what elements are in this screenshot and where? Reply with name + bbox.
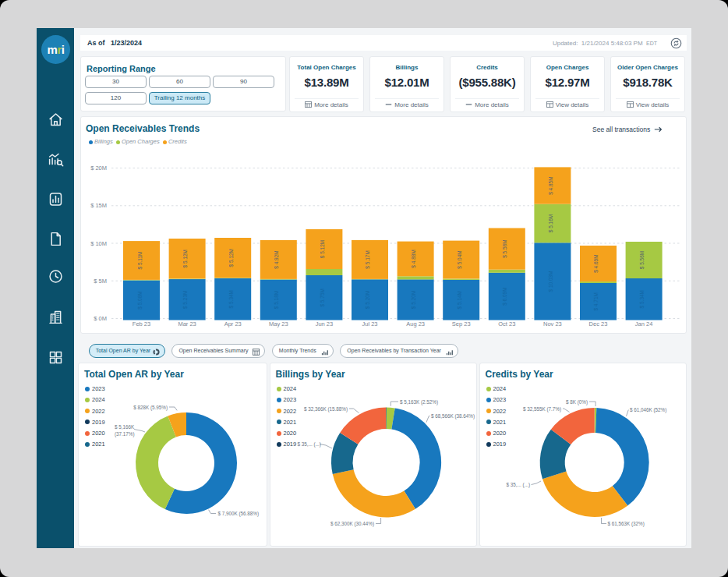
svg-text:$ 828K (5.95%): $ 828K (5.95%) [133, 405, 168, 411]
svg-text:$ 32,555K (7.7%): $ 32,555K (7.7%) [523, 406, 561, 412]
svg-text:$ 5,166K: $ 5,166K [115, 424, 135, 430]
svg-text:$ 35,... (...): $ 35,... (...) [507, 482, 530, 488]
svg-text:$ 68,566K (38.64%): $ 68,566K (38.64%) [431, 413, 475, 419]
svg-text:$ 35,... (...): $ 35,... (...) [298, 441, 321, 448]
svg-text:$ 61,563K (32%): $ 61,563K (32%) [608, 521, 645, 527]
svg-text:$ 61,046K (52%): $ 61,046K (52%) [630, 407, 666, 413]
svg-text:$ 7,900K (56.88%): $ 7,900K (56.88%) [218, 511, 260, 517]
svg-text:$ 32,366K (15.88%): $ 32,366K (15.88%) [304, 406, 348, 412]
svg-text:(37.17%): (37.17%) [115, 431, 135, 437]
svg-text:$ 5,163K (2.52%): $ 5,163K (2.52%) [400, 399, 438, 405]
svg-text:$ 62,300K (30.44%): $ 62,300K (30.44%) [330, 521, 374, 527]
svg-text:$ 8K (0%): $ 8K (0%) [566, 399, 588, 405]
